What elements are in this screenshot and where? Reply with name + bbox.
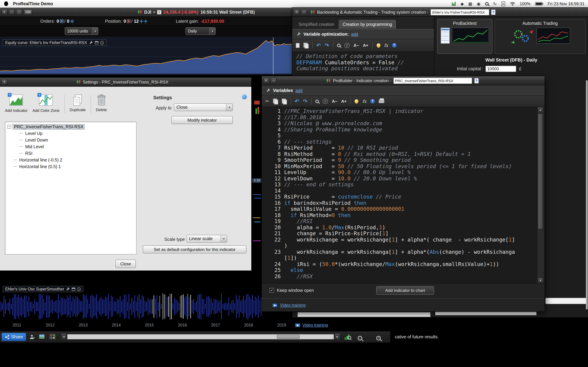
delete-button[interactable]: Delete — [96, 94, 107, 112]
print-icon[interactable] — [379, 100, 384, 103]
comment-icon[interactable]: // — [344, 43, 350, 48]
tree-item-level-down[interactable]: Level Down — [5, 137, 136, 143]
tab-automatic-trading[interactable]: Automatic Trading — [494, 19, 586, 54]
functions-icon[interactable]: fx — [384, 43, 388, 48]
indicator-tree[interactable]: −PRC_InverseFisherTrans_RSI-RSXLevel UpL… — [5, 122, 137, 254]
close-panel-icon[interactable]: ✕ — [100, 41, 104, 45]
units-select[interactable]: 10000 units ▾ — [65, 27, 98, 35]
time-machine-icon[interactable]: ↻ — [493, 1, 497, 6]
zoom-in-icon[interactable]: + — [376, 336, 381, 340]
apple-menu-icon[interactable] — [4, 1, 8, 6]
help-icon[interactable]: ? — [474, 78, 479, 83]
horizontal-scrollbar-thumb[interactable] — [277, 335, 300, 339]
duplicate-button[interactable]: Duplicate — [70, 94, 86, 112]
redo-icon[interactable]: ↷ — [325, 43, 329, 48]
orders-gear-icon[interactable] — [70, 19, 74, 23]
search-icon[interactable] — [337, 43, 341, 47]
tree-item-level-up[interactable]: Level Up — [5, 130, 136, 137]
search-icon[interactable] — [315, 100, 319, 103]
scale-type-select[interactable]: Linear scale ▾ — [187, 235, 227, 242]
detach-window-icon[interactable] — [95, 41, 98, 44]
chevron-down-icon[interactable]: ▾ — [153, 10, 155, 14]
horizontal-scrollbar[interactable] — [67, 334, 334, 339]
cancel-orders-icon[interactable]: ✕ — [60, 19, 63, 23]
minimize-window-button[interactable]: ─ — [9, 9, 15, 15]
position-gear-icon[interactable] — [139, 19, 144, 23]
help-icon[interactable]: ? — [491, 9, 496, 15]
font-smaller-icon[interactable]: A− — [332, 99, 337, 104]
timeframe-select[interactable]: Daily ▾ — [185, 27, 216, 35]
apply-to-arrow-icon[interactable]: ▾ — [226, 104, 232, 111]
zoom-out-icon[interactable]: − — [358, 336, 362, 340]
help-circle-icon[interactable]: ? — [392, 43, 397, 48]
video-training-link[interactable]: Video training — [303, 323, 328, 327]
probuilder-video-training-link[interactable]: Video training — [280, 303, 306, 308]
stocks-menu-icon[interactable] — [452, 1, 456, 6]
tree-item-horizontal-line-0-5-1[interactable]: Horizontal line (0.5) 1 — [5, 163, 136, 170]
units-select-arrow-icon[interactable]: ▾ — [92, 28, 98, 35]
probuilder-minimize-button[interactable]: ─ — [270, 78, 277, 83]
indicator-name-input[interactable] — [393, 77, 472, 84]
new-file-icon[interactable] — [296, 43, 300, 48]
tree-item-mid-level[interactable]: Mid Level — [5, 143, 136, 150]
set-default-button[interactable]: Set as default configuration for this in… — [143, 245, 246, 253]
redo-icon[interactable]: ↷ — [303, 99, 307, 104]
modify-indicator-button[interactable]: Modify indicator — [172, 116, 233, 124]
close-window-button[interactable]: ✕ — [1, 9, 7, 15]
probuilder-close-button[interactable]: ✕ — [263, 78, 269, 83]
variables-add-link[interactable]: add — [295, 88, 303, 93]
equity-chart-panel[interactable]: Equity curve: Ehler's Inv FisherTransRSI… — [0, 37, 292, 75]
scroll-up-button[interactable]: ▲ — [538, 107, 543, 113]
position-gear2-icon[interactable] — [144, 19, 148, 23]
backtesting-close-button[interactable]: ✕ — [294, 9, 300, 15]
initial-capital-input[interactable] — [485, 66, 516, 72]
scale-type-arrow-icon[interactable]: ▾ — [221, 235, 227, 242]
zoom-chart-icon[interactable] — [344, 334, 351, 342]
tree-item-prc-inversefishertrans-rsi-rsx[interactable]: −PRC_InverseFisherTrans_RSI-RSX — [5, 123, 136, 130]
probuilder-code-editor[interactable]: 1//PRC_InverseFisherTrans_RSI-RSX | indi… — [262, 107, 537, 283]
tree-expander-icon[interactable]: − — [7, 125, 11, 129]
settings-close-bottom-button[interactable]: Close — [115, 260, 136, 268]
tree-item-rsi[interactable]: RSI — [5, 150, 136, 157]
scroll-down-button[interactable]: ▼ — [538, 277, 543, 283]
scrollbar-thumb[interactable] — [538, 114, 543, 229]
suggestion-icon[interactable] — [376, 43, 380, 47]
suggestion-icon[interactable] — [355, 99, 359, 103]
functions-icon[interactable]: fx — [363, 99, 366, 104]
paste-icon[interactable] — [303, 43, 308, 48]
tab-probacktest[interactable]: ProBacktest — [437, 19, 493, 54]
battery-icon[interactable] — [535, 2, 542, 5]
add-indicator-button[interactable]: + Add Indicator — [5, 94, 28, 113]
screenshot-icon[interactable] — [39, 334, 44, 339]
instrument-symbol[interactable]: DJI — [144, 9, 151, 15]
maximize-window-button[interactable]: □ — [16, 9, 22, 15]
code-vertical-scrollbar[interactable]: ▲ ▼ — [537, 107, 544, 283]
close-panel-icon[interactable]: ✕ — [77, 287, 81, 291]
keyboard-shortcuts-button[interactable]: ⌨ — [24, 9, 33, 15]
close-position-icon[interactable]: ✕ — [127, 19, 130, 23]
apply-to-select[interactable]: Close ▾ — [174, 103, 233, 111]
font-bigger-icon[interactable]: A+ — [341, 99, 347, 104]
keep-window-open-checkbox[interactable]: ✓ — [269, 288, 274, 292]
oscillator-panel[interactable] — [0, 293, 262, 321]
comment-icon[interactable]: // — [323, 99, 328, 104]
wifi-icon[interactable] — [510, 1, 515, 6]
dropbox-menu-icon[interactable]: ◆ — [461, 1, 464, 6]
font-smaller-icon[interactable]: A− — [354, 43, 359, 48]
add-indicator-to-chart-button[interactable]: Add indicator to chart — [376, 286, 434, 295]
workspace-grid-icon[interactable] — [50, 334, 55, 341]
copy-icon[interactable] — [273, 99, 278, 104]
backtesting-minimize-button[interactable]: ─ — [301, 9, 307, 15]
right-edge-scrollbar[interactable] — [586, 80, 588, 309]
font-bigger-icon[interactable]: A+ — [363, 43, 368, 48]
trading-system-name-input[interactable] — [431, 9, 489, 15]
add-color-zone-button[interactable]: + Add Color Zone — [33, 94, 60, 113]
tab-simplified-creation[interactable]: Simplified creation — [295, 20, 338, 29]
spotlight-icon[interactable] — [485, 2, 489, 5]
help-circle-icon[interactable]: ? — [370, 99, 375, 103]
timeframe-select-arrow-icon[interactable]: ▾ — [209, 28, 215, 35]
help-bubble-icon[interactable] — [242, 94, 247, 99]
detach-window-icon[interactable] — [72, 287, 75, 291]
grid-menu-icon[interactable]: ▦ — [468, 1, 472, 6]
undo-icon[interactable]: ↶ — [295, 99, 299, 104]
